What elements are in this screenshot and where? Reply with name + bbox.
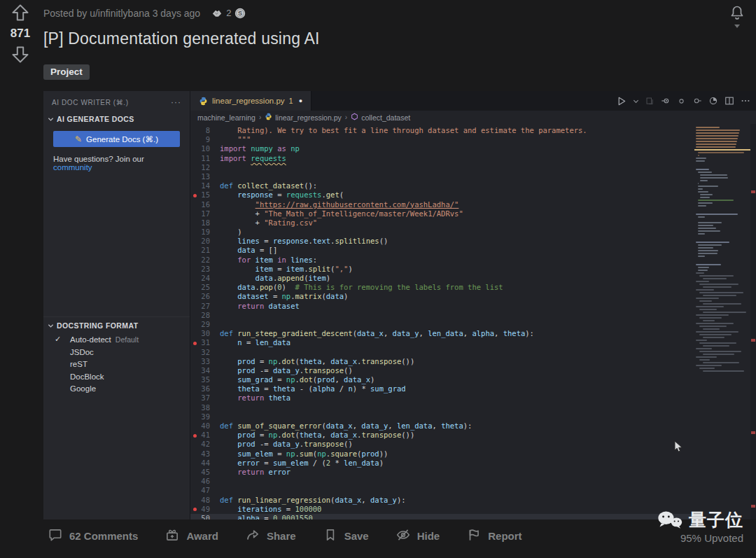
code-line[interactable]: 20 lines = response.text.splitlines() [190, 237, 756, 246]
format-option-auto-detect[interactable]: ✓Auto-detectDefault [43, 334, 190, 347]
breadcrumb-item[interactable]: linear_regression.py [265, 113, 342, 122]
split-editor-icon[interactable] [724, 96, 734, 106]
format-option-rest[interactable]: reST [43, 358, 190, 371]
hide-button[interactable]: Hide [396, 527, 440, 545]
compare-icon[interactable] [645, 97, 654, 106]
code-line[interactable]: 10import numpy as np [190, 144, 756, 153]
code-line[interactable]: 27 return dataset [190, 302, 756, 311]
notification-bell[interactable] [727, 4, 748, 28]
handshake-award-icon [210, 6, 223, 20]
breadcrumb-item[interactable]: collect_dataset [351, 113, 410, 122]
tab-filename: linear_regression.py [212, 97, 285, 105]
run-icon[interactable] [616, 96, 626, 106]
code-line[interactable]: 16 "https://raw.githubusercontent.com/ya… [190, 200, 756, 209]
comment-icon [48, 527, 63, 545]
downvote-icon[interactable] [10, 45, 30, 64]
nav-forward-icon[interactable] [692, 96, 702, 106]
format-option-google[interactable]: Google [43, 383, 190, 396]
format-label: Auto-detect [70, 335, 111, 344]
post-byline[interactable]: Posted by u/infinitlybana 3 days ago [43, 8, 200, 19]
code-line[interactable]: 23 item = item.split(",") [190, 265, 756, 274]
code-line[interactable]: 32 [190, 348, 756, 357]
post-flair[interactable]: Project [43, 64, 90, 80]
code-line[interactable]: 43 sum_elem = np.sum(np.square(prod)) [190, 449, 756, 459]
code-line[interactable]: 40def sum_of_square_error(data_x, data_y… [190, 421, 756, 431]
svg-text:S: S [238, 10, 242, 17]
code-line[interactable]: 47 [190, 486, 756, 495]
code-line[interactable]: 13 [190, 172, 756, 181]
62-comments-button[interactable]: 62 Comments [48, 527, 138, 545]
line-number: 46 [190, 477, 220, 486]
code-line[interactable]: 41 prod = np.dot(theta, data_x.transpose… [190, 431, 756, 440]
ruler-error-mark [751, 339, 755, 342]
python-icon [199, 97, 208, 106]
section-ai-generate-docs[interactable]: AI GENERATE DOCS [43, 112, 190, 126]
code-line[interactable]: 45 return error [190, 468, 756, 477]
format-option-docblock[interactable]: DocBlock [43, 371, 190, 384]
code-line[interactable]: 14def collect_dataset(): [190, 181, 756, 190]
code-line[interactable]: 37 return theta [190, 393, 756, 403]
code-line[interactable]: 15 response = requests.get( [190, 190, 756, 200]
upvote-icon[interactable] [10, 3, 30, 22]
line-number: 8 [190, 126, 220, 135]
line-number: 44 [190, 459, 220, 468]
code-line[interactable]: 28 [190, 311, 756, 320]
code-line[interactable]: 8 Rating). We try to best fit a line thr… [190, 126, 756, 135]
code-line[interactable]: 35 sum_grad = np.dot(prod, data_x) [190, 375, 756, 384]
overview-ruler[interactable] [750, 124, 756, 519]
share-button[interactable]: Share [245, 527, 296, 545]
check-icon: ✓ [55, 335, 61, 344]
eye-off-icon [396, 527, 411, 545]
award-button[interactable]: Award [164, 527, 218, 545]
code-line[interactable]: 18 + "Rating.csv" [190, 218, 756, 228]
record-icon[interactable] [677, 97, 686, 106]
code-line[interactable]: 42 prod -= data_y.transpose() [190, 440, 756, 449]
breadcrumb-item[interactable]: machine_learning [197, 113, 255, 122]
code-line[interactable]: 36 theta = theta - (alpha / n) * sum_gra… [190, 384, 756, 393]
code-line[interactable]: 25 data.pop(0) # This is for removing th… [190, 283, 756, 292]
pie-chart-icon[interactable] [708, 96, 718, 106]
chevron-down-icon [48, 116, 54, 123]
code-line[interactable]: 9 """ [190, 135, 756, 144]
code-line[interactable]: 48def run_linear_regression(data_x, data… [190, 496, 756, 505]
code-line[interactable]: 46 [190, 477, 756, 486]
code-line[interactable]: 17 + "The_Math_of_Intelligence/master/We… [190, 209, 756, 218]
code-lines: 8 Rating). We try to best fit a line thr… [190, 124, 756, 519]
code-line[interactable]: 38 [190, 403, 756, 412]
line-number: 25 [190, 283, 220, 292]
code-line[interactable]: 29 [190, 320, 756, 329]
code-line[interactable]: 19 ) [190, 228, 756, 237]
code-line[interactable]: 24 data.append(item) [190, 274, 756, 283]
minimap[interactable] [694, 124, 750, 519]
chevron-down-icon[interactable] [633, 98, 639, 104]
code-line[interactable]: 34 prod -= data_y.transpose() [190, 366, 756, 375]
code-line[interactable]: 39 [190, 412, 756, 421]
code-line[interactable]: 33 prod = np.dot(theta, data_x.transpose… [190, 357, 756, 366]
code-line[interactable]: 31 n = len_data [190, 338, 756, 347]
format-option-jsdoc[interactable]: JSDoc [43, 347, 190, 359]
code-line[interactable]: 22 for item in lines: [190, 256, 756, 265]
community-link[interactable]: community [53, 163, 92, 172]
report-button[interactable]: Report [466, 527, 522, 545]
save-button[interactable]: Save [323, 527, 369, 545]
code-line[interactable]: 11import requests [190, 154, 756, 163]
more-actions-icon[interactable]: ··· [171, 97, 181, 107]
generate-docs-button[interactable]: ✎ Generate Docs (⌘.) [53, 131, 180, 147]
post-awards[interactable]: 2 S [210, 6, 246, 20]
line-number: 16 [190, 200, 220, 209]
code-line[interactable]: 12 [190, 163, 756, 172]
python-icon [265, 113, 272, 122]
more-actions-icon[interactable] [741, 96, 750, 106]
line-number: 34 [190, 366, 220, 375]
code-line[interactable]: 30def run_steep_gradient_descent(data_x,… [190, 329, 756, 338]
tab-linear-regression[interactable]: linear_regression.py 1 ● [190, 91, 312, 111]
nav-back-icon[interactable] [661, 96, 671, 106]
breadcrumb-separator: › [345, 113, 347, 121]
unsaved-dot-icon[interactable]: ● [299, 97, 302, 104]
code-line[interactable]: 21 data = [] [190, 246, 756, 255]
line-number: 14 [190, 181, 220, 190]
section-docstring-format[interactable]: DOCSTRING FORMAT [43, 319, 190, 333]
code-line[interactable]: 26 dataset = np.matrix(data) [190, 292, 756, 301]
code-line[interactable]: 44 error = sum_elem / (2 * len_data) [190, 459, 756, 468]
share-icon [245, 527, 260, 545]
